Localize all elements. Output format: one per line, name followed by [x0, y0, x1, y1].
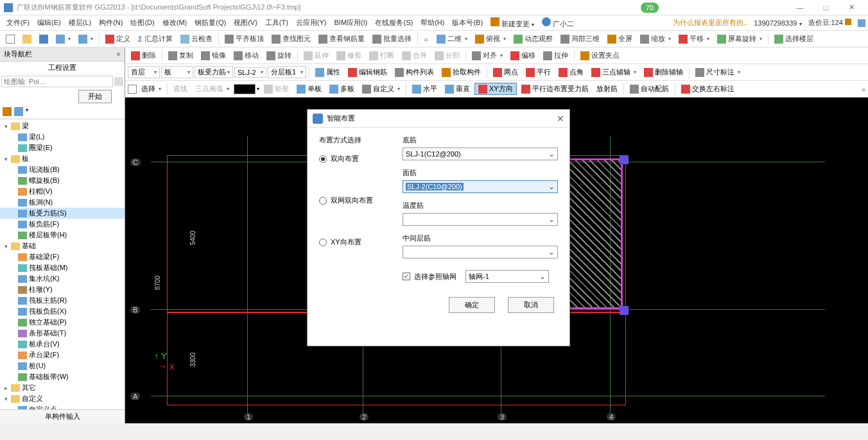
tree-item[interactable]: 独立基础(P): [0, 317, 125, 328]
tree-item[interactable]: 柱帽(V): [0, 186, 125, 197]
menu-view[interactable]: 视图(V): [230, 17, 261, 29]
cloud-check-btn[interactable]: 云检查: [177, 33, 216, 44]
guangxiaoer-btn[interactable]: 广小二: [538, 16, 578, 30]
maximize-button[interactable]: □: [813, 0, 838, 15]
persp-btn[interactable]: 俯视: [472, 33, 509, 44]
sel-floor-btn[interactable]: 选择楼层: [771, 33, 817, 44]
two-pt-btn[interactable]: 两点: [490, 67, 521, 78]
menu-modify[interactable]: 修改(M): [159, 17, 191, 29]
tree-group[interactable]: ▸其它: [0, 382, 125, 393]
tree-item[interactable]: 承台梁(F): [0, 350, 125, 360]
minimize-button[interactable]: —: [787, 0, 813, 15]
menu-bim[interactable]: BIM应用(I): [331, 17, 372, 29]
radio-doublenet[interactable]: 双网双向布置: [319, 196, 390, 205]
ref-grid-select[interactable]: 轴网-1: [465, 270, 549, 283]
arc3-btn[interactable]: 三点画弧: [192, 83, 232, 94]
tree-item[interactable]: 桩承台(V): [0, 339, 125, 350]
break-btn[interactable]: 打断: [366, 50, 397, 61]
view-rebar-btn[interactable]: 查看钢筋量: [315, 33, 368, 44]
define-btn[interactable]: 定义: [102, 33, 134, 44]
xy-btn[interactable]: XY方向: [474, 83, 517, 95]
sb-tool-icon-2[interactable]: [14, 107, 23, 116]
menu-file[interactable]: 文件(F): [3, 17, 33, 29]
menu-online[interactable]: 在线服务(S): [371, 17, 417, 29]
merge-btn[interactable]: 合并: [399, 50, 430, 61]
parallel-btn[interactable]: 平行: [523, 67, 554, 78]
draw-input[interactable]: [1, 76, 113, 87]
tree-group[interactable]: ▾自定义: [0, 393, 125, 404]
sb-tool-icon-1[interactable]: [3, 107, 12, 116]
menu-edit[interactable]: 编辑(E): [33, 17, 65, 29]
menu-cloud[interactable]: 云应用(Y): [292, 17, 331, 29]
dialog-close-icon[interactable]: ✕: [557, 114, 564, 124]
tree-item[interactable]: 基础板带(W): [0, 371, 125, 382]
dim-btn[interactable]: 尺寸标注: [692, 67, 743, 78]
split-btn[interactable]: 分割: [431, 50, 463, 61]
batch-btn[interactable]: 批量选择: [369, 33, 415, 44]
menu-help[interactable]: 帮助(H): [417, 17, 448, 29]
floor-select[interactable]: 首层: [128, 66, 160, 78]
auto-rebar-btn[interactable]: 自动配筋: [627, 83, 672, 94]
menu-component[interactable]: 构件(N): [95, 17, 126, 29]
ok-button[interactable]: 确定: [449, 297, 495, 313]
edge-btn[interactable]: 平行边布置受力筋: [518, 83, 592, 94]
three-axis-btn[interactable]: 三点辅轴: [588, 67, 639, 78]
find-btn[interactable]: 查找图元: [268, 33, 314, 44]
draw-tb-more[interactable]: »: [862, 85, 865, 93]
tree-item[interactable]: 筏板主筋(R): [0, 295, 125, 306]
sidebar-close-icon[interactable]: ×: [116, 50, 121, 59]
mirror-btn[interactable]: 镜像: [198, 50, 229, 61]
horiz-btn[interactable]: 水平: [409, 83, 440, 94]
comp-list-btn[interactable]: 构件列表: [392, 67, 437, 78]
tree-item[interactable]: 圈梁(E): [0, 142, 125, 153]
tree-item[interactable]: 自定义点: [0, 404, 125, 409]
pick-btn[interactable]: 拾取构件: [438, 67, 484, 78]
custom-btn[interactable]: 自定义: [359, 83, 403, 94]
tree-item[interactable]: 板负筋(F): [0, 219, 125, 230]
layer-select[interactable]: 分层板1: [268, 66, 306, 78]
line-btn[interactable]: 直线: [170, 83, 191, 94]
flat-btn[interactable]: 平齐板顶: [221, 33, 267, 44]
tree-item[interactable]: 现浇板(B): [0, 164, 125, 175]
local3d-btn[interactable]: 局部三维: [557, 33, 603, 44]
tree-item[interactable]: 螺旋板(B): [0, 175, 125, 186]
2d-btn[interactable]: 二维: [433, 33, 471, 44]
menu-floor[interactable]: 楼层(L): [65, 17, 95, 29]
select-btn[interactable]: 选择: [138, 83, 164, 94]
ref-grid-checkbox[interactable]: ✓: [403, 273, 410, 280]
del-btn[interactable]: 删除: [128, 50, 159, 61]
tree-item[interactable]: 条形基础(T): [0, 328, 125, 339]
radio-bidir[interactable]: 双向布置: [319, 154, 390, 164]
stretch-btn[interactable]: 拉伸: [540, 50, 571, 61]
new-change-btn[interactable]: 新建变更 ▾: [487, 16, 538, 30]
top-rebar-select[interactable]: SLJ-2(C10@200): [403, 180, 558, 193]
toolbar-more[interactable]: »: [424, 35, 428, 43]
single-btn[interactable]: 单板: [293, 83, 325, 94]
temp-rebar-select[interactable]: [403, 213, 558, 226]
tree-item[interactable]: 桩(U): [0, 360, 125, 371]
swap-btn[interactable]: 交换左右标注: [678, 83, 738, 94]
screen-rot-btn[interactable]: 屏幕旋转: [714, 33, 765, 44]
full-btn[interactable]: 全屏: [604, 33, 636, 44]
del-axis-btn[interactable]: 删除辅轴: [641, 67, 686, 78]
start-button[interactable]: 开始: [78, 90, 112, 103]
move-btn[interactable]: 移动: [230, 50, 262, 61]
vert-btn[interactable]: 垂直: [442, 83, 473, 94]
tree-item[interactable]: 柱墩(Y): [0, 284, 125, 295]
undo-icon[interactable]: [53, 34, 74, 44]
pointer-icon[interactable]: [128, 85, 137, 94]
project-settings-tab[interactable]: 工程设置: [0, 62, 125, 74]
close-button[interactable]: ✕: [838, 0, 864, 15]
new-icon[interactable]: [3, 34, 18, 44]
trim-btn[interactable]: 修剪: [333, 50, 365, 61]
open-icon[interactable]: [19, 34, 35, 44]
extend-btn[interactable]: 延伸: [300, 50, 332, 61]
copy-btn[interactable]: 复制: [165, 50, 196, 61]
rotate-btn[interactable]: 旋转: [263, 50, 295, 61]
tree-item[interactable]: 梁(L): [0, 131, 125, 142]
zoom-btn[interactable]: 缩放: [637, 33, 674, 44]
tree-group[interactable]: ▾基础: [0, 241, 125, 251]
bottom-rebar-select[interactable]: SLJ-1(C12@200): [403, 148, 558, 160]
multi-btn[interactable]: 多板: [326, 83, 358, 94]
user-icon[interactable]: [858, 19, 865, 27]
